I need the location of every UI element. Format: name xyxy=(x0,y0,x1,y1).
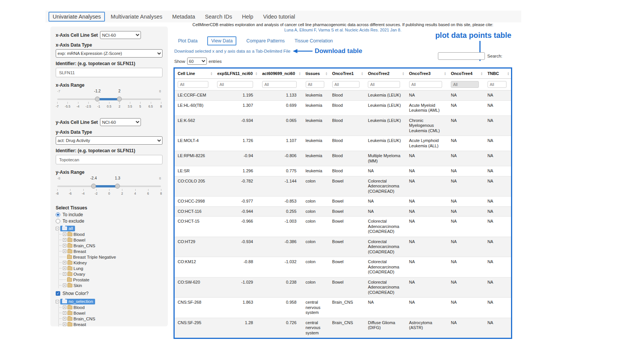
expand-icon[interactable]: + xyxy=(63,306,66,309)
y-identifier-input[interactable] xyxy=(56,155,163,164)
expand-icon[interactable]: + xyxy=(63,284,66,287)
tab-plot-data[interactable]: Plot Data xyxy=(178,38,197,44)
download-tsv-link[interactable]: Download selected x and y axis data as a… xyxy=(174,49,291,53)
column-filter-expslfn11-nci60[interactable] xyxy=(217,81,253,88)
citation-link[interactable]: Luna A, Elloumi F, Varma S et al. Nuclei… xyxy=(284,28,402,32)
y-axis-range-slider[interactable]: -88-2.41.3-8-6-4-202468 xyxy=(57,176,161,199)
tissues-include-option[interactable]: To include xyxy=(56,212,163,217)
search-input[interactable] xyxy=(438,52,485,60)
expand-icon[interactable]: + xyxy=(63,244,66,247)
expand-icon[interactable]: + xyxy=(63,250,66,253)
column-header-oncotree3[interactable]: OncoTree3▲▼ xyxy=(406,69,448,79)
expand-icon[interactable]: + xyxy=(63,317,66,320)
tree-item-bowel[interactable]: +Bowel xyxy=(59,237,163,243)
column-header-cell-line[interactable]: Cell Line▲▼ xyxy=(175,69,214,79)
tree-item-breast[interactable]: +Breast xyxy=(59,248,163,254)
x-identifier-input[interactable] xyxy=(56,68,163,77)
tab-tissue-correlation[interactable]: Tissue Correlation xyxy=(295,38,333,44)
column-header-tnbc[interactable]: TNBC▲▼ xyxy=(485,69,511,79)
nav-tab-video-tutorial[interactable]: Video tutorial xyxy=(259,12,299,21)
y-data-type-select[interactable]: act: Drug Activity xyxy=(56,136,163,145)
column-header-oncotree1[interactable]: OncoTree1▲▼ xyxy=(329,69,365,79)
table-row[interactable]: CO:COLO 205-0.782-1.144colonBowelColorec… xyxy=(175,176,511,197)
column-filter-oncotree4[interactable] xyxy=(451,81,479,88)
include-radio[interactable] xyxy=(56,212,60,217)
slider-handle-low[interactable] xyxy=(91,184,96,189)
tree-item-breast[interactable]: +Breast xyxy=(59,321,163,326)
tree-item-breast-triple-negative[interactable]: Breast Triple Negative xyxy=(59,254,163,260)
table-row[interactable]: CO:SW-620-1.0290.238colonBowelColorectal… xyxy=(175,277,511,298)
column-header-oncotree2[interactable]: OncoTree2▲▼ xyxy=(365,69,406,79)
column-filter-tissues[interactable] xyxy=(306,81,325,88)
table-row[interactable]: CO:HCC-2998-0.977-0.853colonBowelNANANAN… xyxy=(175,197,511,207)
x-data-type-select[interactable]: exp: mRNA Expression (Z-Score) xyxy=(56,49,163,58)
exclude-radio[interactable] xyxy=(56,219,60,223)
column-header-tissues[interactable]: tissues▲▼ xyxy=(303,69,329,79)
expand-icon[interactable]: + xyxy=(63,232,66,236)
tree-item-skin[interactable]: +Skin xyxy=(59,282,163,288)
tree-item-brain-cns[interactable]: +Brain_CNS xyxy=(59,243,163,248)
y-cell-line-set-select[interactable]: NCI-60 xyxy=(100,118,141,126)
collapse-icon[interactable]: − xyxy=(56,300,59,303)
column-filter-tnbc[interactable] xyxy=(488,81,506,88)
sort-icon[interactable]: ▲▼ xyxy=(210,72,213,75)
expand-icon[interactable]: + xyxy=(63,261,66,264)
slider-handle-low[interactable] xyxy=(95,97,100,101)
column-filter-oncotree3[interactable] xyxy=(409,81,442,88)
tissues-exclude-option[interactable]: To exclude xyxy=(56,218,163,224)
table-row[interactable]: LE:CCRF-CEM1.1951.133leukemiaBloodLeukem… xyxy=(175,90,511,101)
table-row[interactable]: CO:HCT-15-0.966-1.003colonBowelColorecta… xyxy=(175,217,511,237)
tree-item-lung[interactable]: +Lung xyxy=(59,265,163,271)
show-color-option[interactable]: Show Color? xyxy=(56,291,163,296)
sort-icon[interactable]: ▲▼ xyxy=(480,72,483,75)
column-header-act609699-nci60[interactable]: act609699_nci60▲▼ xyxy=(259,69,303,79)
table-row[interactable]: CNS:SF-2681.8630.958central nervous syst… xyxy=(175,298,511,318)
nav-tab-help[interactable]: Help xyxy=(238,12,258,21)
column-filter-act609699-nci60[interactable] xyxy=(262,81,297,88)
sort-icon[interactable]: ▲▼ xyxy=(444,72,446,75)
collapse-icon[interactable]: − xyxy=(56,227,59,230)
tree-root-no-selection[interactable]: −no_selection xyxy=(56,298,163,304)
tree-root-all[interactable]: −all xyxy=(56,225,163,231)
column-filter-oncotree1[interactable] xyxy=(332,81,360,88)
table-row[interactable]: LE:RPMI-8226-0.94-0.806leukemiaBloodMult… xyxy=(175,151,511,166)
expand-icon[interactable]: + xyxy=(63,267,66,270)
tree-item-blood[interactable]: +Blood xyxy=(59,231,163,237)
slider-handle-high[interactable] xyxy=(117,97,122,101)
column-header-expslfn11-nci60[interactable]: expSLFN11_nci60▲▼ xyxy=(214,69,259,79)
column-header-oncotree4[interactable]: OncoTree4▲▼ xyxy=(448,69,484,79)
nav-tab-metadata[interactable]: Metadata xyxy=(168,12,199,21)
show-color-checkbox[interactable] xyxy=(56,291,60,296)
nav-tab-multivariate-analyses[interactable]: Multivariate Analyses xyxy=(106,12,166,21)
sort-icon[interactable]: ▲▼ xyxy=(255,72,258,75)
tab-compare-patterns[interactable]: Compare Patterns xyxy=(246,38,284,44)
entries-select[interactable]: 60 xyxy=(187,58,207,65)
table-row[interactable]: CO:KM12-0.88-1.032colonBowelColorectal A… xyxy=(175,257,511,278)
column-filter-oncotree2[interactable] xyxy=(368,81,400,88)
nav-tab-univariate-analyses[interactable]: Univariate Analyses xyxy=(48,12,105,22)
sort-icon[interactable]: ▲▼ xyxy=(299,72,301,75)
slider-selected-range[interactable] xyxy=(97,98,119,100)
tab-view-data[interactable]: View Data xyxy=(207,36,236,45)
table-row[interactable]: CO:HT29-0.934-0.386colonBowelColorectal … xyxy=(175,237,511,257)
sort-icon[interactable]: ▲▼ xyxy=(507,72,510,75)
table-row[interactable]: LE:MOLT-41.7261.107leukemiaBloodLeukemia… xyxy=(175,136,511,151)
slider-selected-range[interactable] xyxy=(94,185,117,187)
sort-icon[interactable]: ▲▼ xyxy=(325,72,327,75)
tree-item-blood[interactable]: +Blood xyxy=(59,304,163,310)
slider-handle-high[interactable] xyxy=(115,184,120,189)
tree-item-prostate[interactable]: Prostate xyxy=(59,277,163,282)
expand-icon[interactable]: + xyxy=(63,311,66,315)
expand-icon[interactable]: + xyxy=(63,272,66,276)
x-cell-line-set-select[interactable]: NCI-60 xyxy=(100,31,141,39)
tree-item-brain-cns[interactable]: +Brain_CNS xyxy=(59,316,163,321)
x-axis-range-slider[interactable]: -78-1.22-7-5.5-4-2.5-10.523.556.58 xyxy=(57,89,161,112)
sort-icon[interactable]: ▲▼ xyxy=(402,72,404,75)
column-filter-cell-line[interactable] xyxy=(178,81,208,88)
nav-tab-search-ids[interactable]: Search IDs xyxy=(201,12,236,21)
tree-item-bowel[interactable]: +Bowel xyxy=(59,310,163,316)
expand-icon[interactable]: + xyxy=(63,323,66,326)
tree-item-ovary[interactable]: +Ovary xyxy=(59,271,163,277)
table-row[interactable]: CO:HCT-116-0.9440.255colonBowelNANANANA xyxy=(175,206,511,217)
expand-icon[interactable]: + xyxy=(63,238,66,242)
